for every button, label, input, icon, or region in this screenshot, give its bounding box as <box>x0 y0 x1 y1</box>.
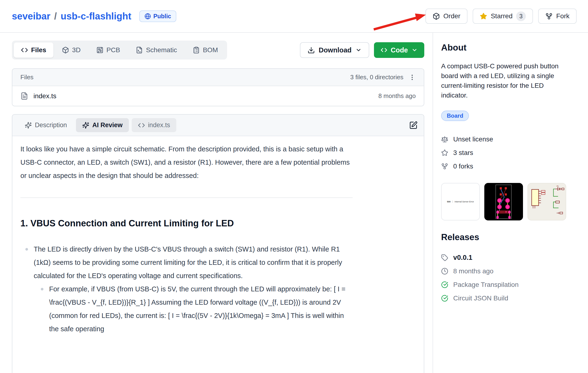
about-title: About <box>441 43 577 53</box>
tab-bom[interactable]: BOM <box>186 42 225 58</box>
main-area: Files 3D PCB Schematic <box>0 33 588 373</box>
review-sub-bullet-list: For example, if VBUS (from USB-C) is 5V,… <box>34 282 353 335</box>
review-card: Description AI Review index.ts <box>12 114 424 373</box>
tab-schematic[interactable]: Schematic <box>129 42 184 58</box>
tab-ai-review[interactable]: AI Review <box>76 118 129 132</box>
repo-meta-list: Unset license 3 stars 0 forks <box>441 132 577 173</box>
order-label: Order <box>443 12 461 20</box>
sparkles-icon <box>82 122 89 129</box>
pcb-art <box>484 183 523 220</box>
about-description: A compact USB-C powered push button boar… <box>441 61 569 100</box>
release-version-row[interactable]: v0.0.1 <box>441 251 577 264</box>
file-updated: 8 months ago <box>378 92 416 100</box>
review-section-heading: 1. VBUS Connection and Current Limiting … <box>21 218 353 229</box>
svg-text:R1: R1 <box>557 185 559 187</box>
owner-link[interactable]: seveibar <box>12 11 50 21</box>
fork-button[interactable]: Fork <box>538 9 577 24</box>
scale-icon <box>441 136 448 143</box>
check-circle-icon <box>441 281 448 288</box>
tab-index-ts[interactable]: index.ts <box>132 118 176 132</box>
review-card-header: Description AI Review index.ts <box>12 114 424 136</box>
edit-pencil-icon <box>409 121 418 130</box>
view-toolbar: Files 3D PCB Schematic <box>12 41 424 60</box>
tab-pcb-label: PCB <box>106 46 120 54</box>
star-count-badge: 3 <box>516 11 526 21</box>
content-column: Files 3D PCB Schematic <box>0 33 433 373</box>
release-version: v0.0.1 <box>453 254 472 261</box>
chevron-down-icon <box>411 47 418 53</box>
tab-files-label: Files <box>31 46 46 54</box>
thumbnail-pcb-preview[interactable] <box>484 183 523 220</box>
download-icon <box>307 47 315 54</box>
clipboard-list-icon <box>193 47 200 54</box>
schematic-art: R1 <box>528 183 566 220</box>
breadcrumb-separator: / <box>54 11 57 21</box>
review-sub-bullet: For example, if VBUS (from USB-C) is 5V,… <box>49 282 353 335</box>
git-fork-icon <box>545 13 553 20</box>
files-title: Files <box>21 73 33 81</box>
tag-board[interactable]: Board <box>441 111 469 121</box>
stars-row[interactable]: 3 stars <box>441 146 577 159</box>
tab-3d-label: 3D <box>72 46 81 54</box>
tab-schematic-label: Schematic <box>146 46 177 54</box>
thumbnail-error-caption: 500 Internal Server Error <box>447 200 474 203</box>
preview-thumbnails: 500 Internal Server Error <box>441 183 577 220</box>
release-date-row: 8 months ago <box>441 264 577 278</box>
repo-page: seveibar / usb-c-flashlight Public Order… <box>0 0 588 373</box>
forks-row[interactable]: 0 forks <box>441 159 577 173</box>
review-intro-paragraph: It looks like you have a simple circuit … <box>21 142 353 182</box>
releases-section: Releases v0.0.1 8 months ago Package Tra… <box>441 232 577 305</box>
box-3d-icon <box>62 47 69 54</box>
visibility-badge: Public <box>139 10 176 22</box>
review-bullet-list: The LED is directly driven by the USB-C'… <box>21 242 353 335</box>
file-name[interactable]: index.ts <box>33 92 56 100</box>
git-fork-icon <box>441 163 448 170</box>
release-check-row[interactable]: Circuit JSON Build <box>441 291 577 305</box>
fork-label: Fork <box>556 12 569 20</box>
code-label: Code <box>391 46 408 54</box>
stars-label: 3 stars <box>453 149 473 157</box>
files-table-header: Files 3 files, 0 directories <box>12 69 424 86</box>
divider <box>21 197 353 198</box>
release-check-label: Package Transpilation <box>453 281 519 289</box>
order-button[interactable]: Order <box>425 9 468 24</box>
sidebar: About A compact USB-C powered push butto… <box>433 33 588 373</box>
code-button[interactable]: Code <box>374 42 424 58</box>
tab-index-ts-label: index.ts <box>148 122 170 129</box>
forks-label: 0 forks <box>453 163 473 170</box>
license-row[interactable]: Unset license <box>441 132 577 146</box>
tab-description-label: Description <box>35 122 67 129</box>
tag-icon <box>441 254 448 261</box>
star-outline-icon <box>441 149 448 156</box>
thumbnail-schematic-preview[interactable]: R1 <box>527 183 566 220</box>
code-icon <box>21 47 28 54</box>
globe-icon <box>145 13 151 20</box>
table-row[interactable]: index.ts 8 months ago <box>12 86 424 106</box>
edit-button[interactable] <box>409 121 418 130</box>
license-label: Unset license <box>453 135 493 143</box>
release-check-label: Circuit JSON Build <box>453 294 508 302</box>
chevron-down-icon <box>356 47 362 53</box>
starred-button[interactable]: Starred 3 <box>473 9 533 24</box>
thumbnail-3d-preview[interactable]: 500 Internal Server Error <box>441 183 480 220</box>
review-content: It looks like you have a simple circuit … <box>12 136 424 335</box>
files-summary: 3 files, 0 directories <box>350 73 403 81</box>
clock-icon <box>441 268 448 275</box>
download-label: Download <box>319 46 352 54</box>
tab-description[interactable]: Description <box>19 118 73 132</box>
tab-files[interactable]: Files <box>14 42 53 58</box>
download-button[interactable]: Download <box>300 42 369 58</box>
sparkles-icon <box>25 122 32 129</box>
kebab-menu-icon <box>409 74 416 81</box>
release-check-row[interactable]: Package Transpilation <box>441 278 577 291</box>
file-text-icon <box>21 92 28 100</box>
files-menu-button[interactable] <box>409 73 416 82</box>
tab-3d[interactable]: 3D <box>55 42 88 58</box>
toolbar-actions: Download Code <box>300 42 424 58</box>
red-annotation-arrow <box>369 10 428 31</box>
repo-link[interactable]: usb-c-flashlight <box>61 11 131 21</box>
view-tabs: Files 3D PCB Schematic <box>12 41 227 60</box>
tab-ai-review-label: AI Review <box>92 122 123 129</box>
check-circle-icon <box>441 295 448 302</box>
tab-pcb[interactable]: PCB <box>89 42 127 58</box>
